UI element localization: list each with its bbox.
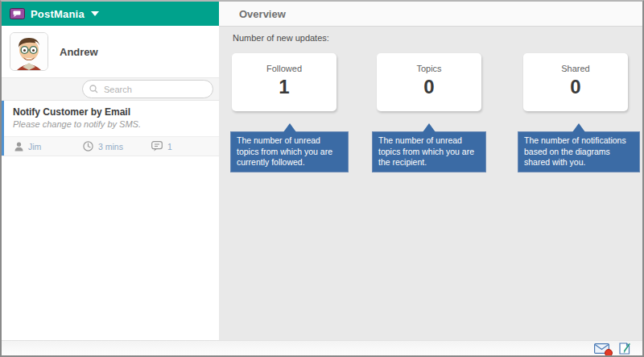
comment-icon <box>151 141 163 152</box>
updates-label: Number of new updates: <box>233 33 329 43</box>
post-subtitle: Please change to notify by SMS. <box>2 118 219 129</box>
post-time-value: 3 mins <box>98 142 123 152</box>
post-author: Jim <box>14 142 83 152</box>
chevron-down-icon <box>91 11 99 16</box>
tooltip-followed: The number of unread topics from which y… <box>230 131 349 172</box>
card-shared: Shared 0 <box>523 53 628 111</box>
post-meta: Jim 3 mins 1 <box>2 136 219 156</box>
page-title: Overview <box>219 8 286 20</box>
main-header: Overview <box>219 2 642 27</box>
profile-row: Andrew <box>2 26 219 77</box>
card-shared-label: Shared <box>523 64 628 73</box>
card-shared-value: 0 <box>523 76 628 98</box>
card-followed-label: Followed <box>232 64 336 73</box>
card-topics: Topics 0 <box>377 53 481 111</box>
card-followed: Followed 1 <box>232 53 336 111</box>
footer-bar <box>2 340 642 355</box>
overview-panel: Number of new updates: Followed 1 Topics… <box>219 27 642 341</box>
post-comment-count: 1 <box>167 142 172 152</box>
app-title: PostMania <box>31 8 85 20</box>
sidebar: PostMania <box>2 2 219 341</box>
postmania-menu-button[interactable]: PostMania <box>2 2 219 26</box>
search-input[interactable] <box>102 84 206 95</box>
person-icon <box>14 142 23 152</box>
postmania-logo-icon <box>10 8 25 19</box>
search-box[interactable] <box>82 80 213 98</box>
tooltip-shared: The number of notifications based on the… <box>518 131 640 172</box>
user-name: Andrew <box>60 46 98 58</box>
search-band <box>2 77 219 100</box>
unread-messages-button[interactable] <box>594 342 610 355</box>
post-comments: 1 <box>151 141 172 152</box>
tooltip-topics: The number of unread topics from which y… <box>372 131 486 172</box>
post-title: Notify Customer by Email <box>2 106 219 118</box>
search-icon <box>89 85 98 93</box>
avatar[interactable] <box>10 32 48 71</box>
postmania-window: PostMania <box>0 0 644 357</box>
unread-badge <box>605 349 613 357</box>
post-item[interactable]: Notify Customer by Email Please change t… <box>2 100 219 156</box>
card-topics-value: 0 <box>377 76 481 98</box>
card-topics-label: Topics <box>377 64 481 73</box>
clock-icon <box>83 141 93 152</box>
post-author-name: Jim <box>28 142 41 152</box>
post-time: 3 mins <box>83 141 151 152</box>
compose-icon <box>619 342 631 355</box>
card-followed-value: 1 <box>232 76 336 98</box>
compose-post-button[interactable] <box>619 342 631 355</box>
